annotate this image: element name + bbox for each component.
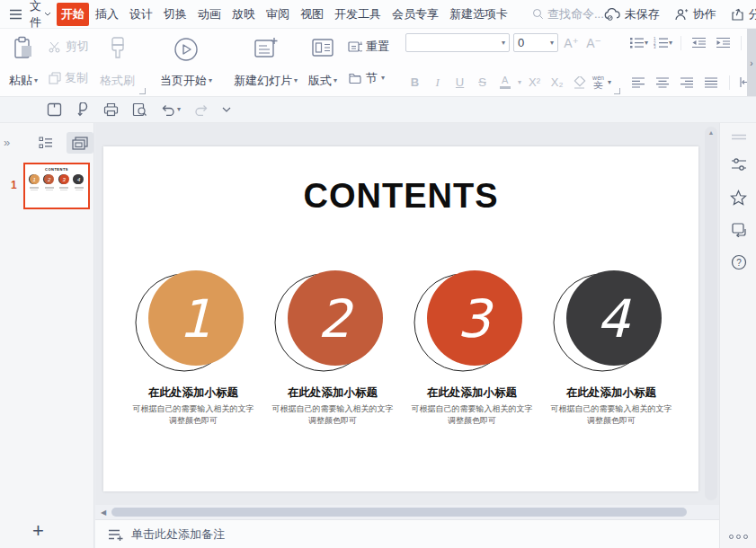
tab-slideshow[interactable]: 放映 — [227, 3, 260, 26]
tab-new-tab[interactable]: 新建选项卡 — [445, 3, 512, 26]
underline-button[interactable]: U — [450, 73, 469, 92]
paste-label: 粘贴 — [9, 73, 32, 89]
svg-text:3: 3 — [458, 288, 494, 349]
content-item-4[interactable]: 4 在此处添加小标题 可根据自己的需要输入相关的文字 调整颜色即可 — [548, 263, 674, 427]
share-icon — [731, 8, 744, 21]
hamburger-menu-icon[interactable] — [9, 9, 22, 20]
decrease-indent-button[interactable] — [689, 33, 708, 52]
content-item-1[interactable]: 1 在此处添加小标题 可根据自己的需要输入相关的文字 调整颜色即可 — [130, 263, 256, 427]
expand-panel-icon[interactable]: » — [4, 136, 10, 149]
increase-indent-button[interactable] — [714, 33, 733, 52]
slide-editing-area[interactable]: CONTENTS 1 在此处添加小标题 可根据自己的需要输入相关的文字 调整颜色… — [95, 123, 719, 505]
ribbon-tabs: 开始 插入 设计 切换 动画 放映 审阅 视图 开发工具 会员专享 新建选项卡 — [57, 3, 512, 26]
print-icon[interactable] — [103, 102, 119, 117]
format-painter-button[interactable]: 格式刷 — [96, 34, 138, 91]
italic-button[interactable]: I — [428, 73, 447, 92]
tab-view[interactable]: 视图 — [296, 3, 328, 26]
tab-review[interactable]: 审阅 — [262, 3, 294, 26]
font-color-button[interactable]: A — [495, 73, 514, 92]
content-item-2[interactable]: 2 在此处添加小标题 可根据自己的需要输入相关的文字 调整颜色即可 — [270, 263, 396, 427]
chevron-right-icon: › — [750, 58, 752, 68]
save-status[interactable]: 未保存 — [604, 6, 660, 22]
file-menu[interactable]: 文件 — [30, 0, 51, 31]
copy-button[interactable]: 复制 — [45, 68, 93, 88]
notes-bar[interactable]: 单击此处添加备注 — [95, 519, 719, 548]
slide-canvas[interactable]: CONTENTS 1 在此处添加小标题 可根据自己的需要输入相关的文字 调整颜色… — [103, 146, 698, 491]
strikethrough-button[interactable]: S — [473, 73, 492, 92]
play-from-current-button[interactable]: 当页开始▾ — [156, 34, 216, 91]
numbered-list-button[interactable]: 123 ▾ — [654, 33, 672, 52]
pinyin-guide-button[interactable]: wén 文 — [592, 73, 604, 92]
properties-sliders-icon[interactable] — [720, 157, 756, 172]
popup-window-icon[interactable] — [720, 222, 756, 237]
redo-button[interactable] — [194, 104, 209, 116]
clipboard-dialog-launcher[interactable] — [139, 88, 146, 94]
search-placeholder: 查找命令... — [547, 6, 604, 22]
scroll-left-icon[interactable]: ◀ — [95, 508, 111, 517]
reset-icon — [348, 40, 362, 53]
reset-button[interactable]: 重置 — [344, 37, 393, 57]
slides-view-button[interactable] — [67, 132, 93, 154]
customize-toolbar-icon[interactable] — [222, 107, 231, 112]
superscript-button[interactable]: X² — [525, 73, 544, 92]
slide-title[interactable]: CONTENTS — [103, 177, 698, 216]
scrollbar-thumb[interactable] — [111, 508, 687, 517]
cloud-unsaved-icon — [604, 8, 620, 21]
paste-button[interactable]: 粘贴▾ — [5, 34, 41, 91]
bold-button[interactable]: B — [405, 73, 424, 92]
outline-view-button[interactable] — [32, 132, 59, 154]
save-icon[interactable] — [47, 102, 62, 117]
ribbon: 粘贴▾ 剪切 复制 — [0, 29, 756, 97]
align-center-button[interactable] — [654, 73, 672, 92]
scroll-up-icon[interactable]: ▲ — [705, 129, 717, 136]
section-button[interactable]: 节 ▾ — [344, 68, 393, 88]
tab-animation[interactable]: 动画 — [193, 3, 226, 26]
justify-button[interactable] — [702, 73, 721, 92]
tab-developer[interactable]: 开发工具 — [330, 3, 386, 26]
vertical-scrollbar[interactable]: ▲ — [705, 127, 717, 500]
add-slide-button[interactable]: + — [32, 521, 44, 541]
collaborate-button[interactable]: 协作 — [674, 6, 716, 22]
font-name-select[interactable]: ▾ — [405, 33, 510, 52]
font-dialog-launcher[interactable] — [614, 88, 620, 94]
item-subtitle: 在此处添加小标题 — [130, 385, 256, 401]
cut-button[interactable]: 剪切 — [45, 37, 93, 57]
help-icon[interactable]: ? — [720, 254, 756, 270]
ribbon-expand-strip[interactable]: › — [747, 29, 756, 97]
tab-design[interactable]: 设计 — [125, 3, 157, 26]
item-description: 可根据自己的需要输入相关的文字 调整颜色即可 — [130, 403, 256, 427]
tab-home[interactable]: 开始 — [57, 3, 89, 26]
horizontal-scrollbar[interactable]: ◀ — [95, 505, 719, 519]
tab-member[interactable]: 会员专享 — [387, 3, 443, 26]
font-size-select[interactable]: 0 ▾ — [513, 33, 558, 52]
numbered-circle-3: 3 — [409, 263, 535, 378]
collaborate-label: 协作 — [693, 6, 716, 22]
increase-font-button[interactable]: A⁺ — [562, 33, 581, 52]
svg-text:3: 3 — [654, 45, 656, 49]
smart-features-star-icon[interactable] — [720, 190, 756, 206]
notes-placeholder: 单击此处添加备注 — [131, 526, 225, 543]
print-preview-icon[interactable] — [132, 102, 147, 117]
share-button[interactable]: 分享 — [731, 6, 756, 22]
caret-down-icon: ▾ — [608, 79, 611, 86]
tab-insert[interactable]: 插入 — [91, 3, 123, 26]
subscript-button[interactable]: X₂ — [547, 73, 566, 92]
item-description: 可根据自己的需要输入相关的文字 调整颜色即可 — [270, 403, 396, 427]
new-slide-button[interactable]: 新建幻灯片▾ — [230, 34, 301, 91]
decrease-font-button[interactable]: A⁻ — [584, 33, 603, 52]
panel-drag-handle[interactable] — [720, 134, 756, 140]
command-search[interactable]: 查找命令... — [532, 6, 604, 22]
align-right-button[interactable] — [678, 73, 697, 92]
tab-transitions[interactable]: 切换 — [159, 3, 191, 26]
bullet-list-button[interactable]: ▾ — [629, 33, 648, 52]
new-slide-label: 新建幻灯片 — [234, 73, 292, 89]
align-left-button[interactable] — [629, 73, 648, 92]
clear-format-icon[interactable] — [570, 73, 589, 92]
sidebar-more-icon[interactable] — [720, 535, 756, 539]
slide-thumbnail[interactable]: CONTENTS 1 2 3 4 — [23, 163, 90, 209]
export-pdf-icon[interactable] — [76, 102, 90, 117]
undo-button[interactable]: ▾ — [161, 104, 181, 116]
content-item-3[interactable]: 3 在此处添加小标题 可根据自己的需要输入相关的文字 调整颜色即可 — [409, 263, 535, 427]
item-subtitle: 在此处添加小标题 — [409, 385, 535, 401]
layout-button[interactable]: 版式▾ — [305, 34, 341, 91]
